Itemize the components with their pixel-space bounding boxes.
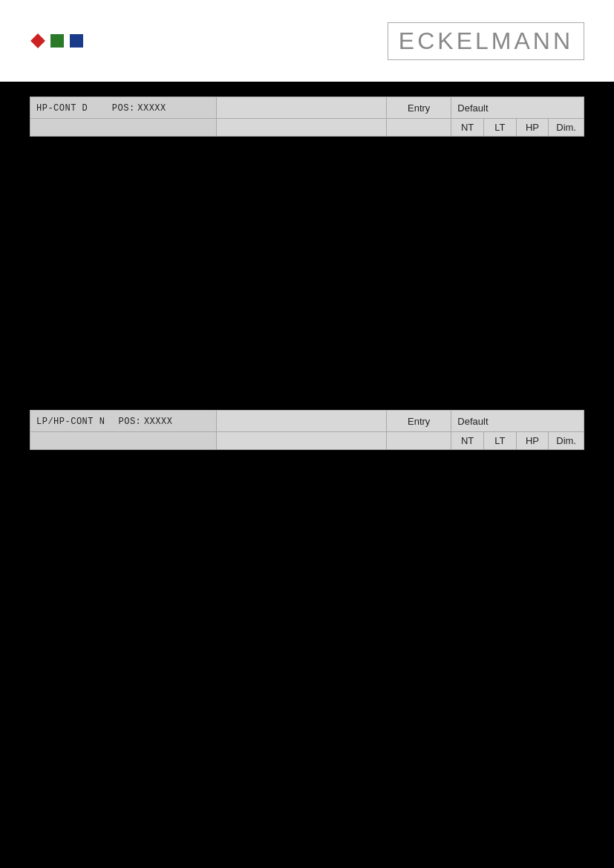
table2-row-bottom: NT LT HP Dim. xyxy=(30,432,584,450)
table1-pos-label: POS: xyxy=(112,103,135,114)
table1-device-pos: HP-CONT D POS: XXXXX xyxy=(30,97,217,119)
svg-rect-0 xyxy=(30,33,45,48)
table2-row2-entry xyxy=(387,432,451,450)
table2-empty xyxy=(216,411,386,432)
table2-nt: NT xyxy=(451,432,484,450)
logo-left xyxy=(30,33,85,49)
table1: HP-CONT D POS: XXXXX Entry Default NT LT xyxy=(30,97,584,137)
table2-default: Default xyxy=(451,411,584,432)
table1-lt: LT xyxy=(483,119,516,137)
table1-dim: Dim. xyxy=(549,119,584,137)
table1-empty xyxy=(216,97,386,119)
table2-block: LP/HP-CONT N POS: XXXXX Entry Default NT… xyxy=(30,410,584,450)
table1-nt: NT xyxy=(451,119,484,137)
table1-hp: HP xyxy=(516,119,549,137)
table1-default: Default xyxy=(451,97,584,119)
eckelmann-logo: ECKELMANN xyxy=(388,22,584,60)
table2-dim: Dim. xyxy=(549,432,584,450)
table1-row-bottom: NT LT HP Dim. xyxy=(30,119,584,137)
spacer1 xyxy=(30,143,584,410)
table1-row-top: HP-CONT D POS: XXXXX Entry Default xyxy=(30,97,584,119)
table2-row-top: LP/HP-CONT N POS: XXXXX Entry Default xyxy=(30,411,584,432)
table2-pos-label: POS: xyxy=(118,417,141,427)
table1-row2-col2 xyxy=(216,119,386,137)
blue-square-icon xyxy=(68,33,85,49)
logo-right: ECKELMANN xyxy=(388,22,584,60)
table1-block: HP-CONT D POS: XXXXX Entry Default NT LT xyxy=(30,97,584,137)
table2-lt: LT xyxy=(483,432,516,450)
table2-pos-value: XXXXX xyxy=(144,417,173,427)
table1-row2-col1 xyxy=(30,119,217,137)
table1-device-name: HP-CONT D xyxy=(36,103,88,114)
table2-device-pos: LP/HP-CONT N POS: XXXXX xyxy=(30,411,217,432)
header: ECKELMANN xyxy=(0,0,614,82)
table2-row2-col2 xyxy=(216,432,386,450)
table2-row2-col1 xyxy=(30,432,217,450)
green-square-icon xyxy=(49,33,65,49)
table2: LP/HP-CONT N POS: XXXXX Entry Default NT… xyxy=(30,410,584,450)
table2-entry: Entry xyxy=(387,411,451,432)
table1-entry: Entry xyxy=(387,97,451,119)
svg-rect-2 xyxy=(70,34,83,48)
svg-rect-1 xyxy=(50,34,64,48)
content-area: HP-CONT D POS: XXXXX Entry Default NT LT xyxy=(0,82,614,471)
page-container: ECKELMANN HP-CONT D POS: XXXXX Entry Def… xyxy=(0,0,614,868)
table1-pos-value: XXXXX xyxy=(137,103,166,114)
red-diamond-icon xyxy=(30,33,46,49)
table2-hp: HP xyxy=(516,432,549,450)
table1-row2-entry xyxy=(387,119,451,137)
table2-device-name: LP/HP-CONT N xyxy=(36,417,105,427)
